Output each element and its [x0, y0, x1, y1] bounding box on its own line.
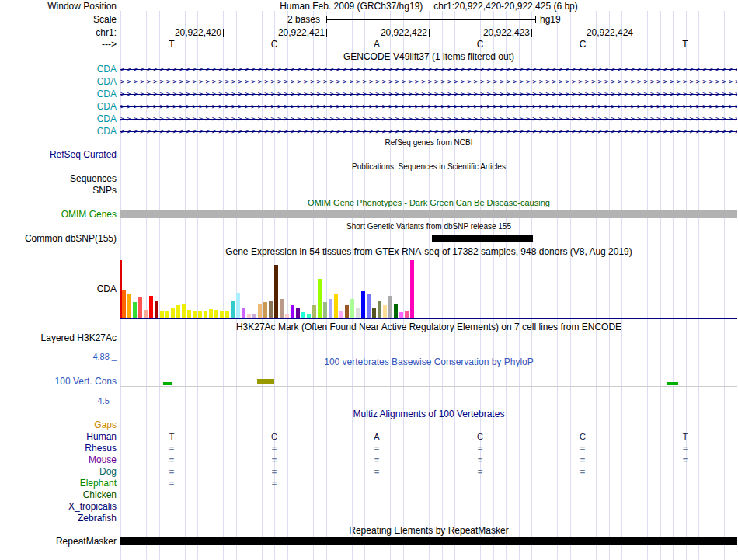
gtex-tissue-bar[interactable]	[263, 302, 267, 318]
gtex-tissue-bar[interactable]	[182, 304, 186, 318]
gtex-tissue-bar[interactable]	[149, 296, 153, 318]
base-letter: C	[266, 39, 282, 50]
gtex-tissue-bar[interactable]	[334, 294, 338, 318]
omim-row: OMIM Genes	[0, 209, 738, 220]
sequences-label[interactable]: Sequences	[0, 173, 117, 185]
gtex-tissue-bar[interactable]	[198, 311, 202, 318]
gtex-gene-label[interactable]: CDA	[0, 283, 117, 295]
gtex-tissue-bar[interactable]	[318, 279, 322, 318]
gtex-tissue-bar[interactable]	[165, 311, 169, 318]
gtex-tissue-bar[interactable]	[225, 311, 229, 318]
gtex-tissue-bar[interactable]	[291, 305, 294, 318]
gtex-tissue-bar[interactable]	[323, 302, 327, 318]
gtex-tissue-bar[interactable]	[361, 291, 365, 318]
gtex-tissue-bar[interactable]	[155, 301, 158, 318]
phylop-track-label[interactable]: 100 Vert. Cons	[0, 376, 117, 388]
gencode-item-label[interactable]: CDA	[0, 125, 117, 137]
refseq-curated-line[interactable]	[120, 155, 737, 155]
gtex-tissue-bar[interactable]	[138, 297, 142, 318]
gtex-tissue-bar[interactable]	[269, 301, 273, 318]
species-label[interactable]: Mouse	[0, 454, 117, 466]
gtex-tissue-bar[interactable]	[372, 308, 376, 318]
gtex-tissue-bar[interactable]	[329, 299, 332, 318]
transcript-arrow-line[interactable]: >>>>>>>>>>>>>>>>>>>>>>>>>>>>>>>>>>>>>>>>…	[120, 63, 737, 75]
transcript-arrow-line[interactable]: >>>>>>>>>>>>>>>>>>>>>>>>>>>>>>>>>>>>>>>>…	[120, 125, 737, 137]
omim-genes-bar[interactable]	[120, 210, 737, 218]
gtex-tissue-bar[interactable]	[160, 311, 164, 318]
repeatmasker-label[interactable]: RepeatMasker	[0, 536, 117, 548]
transcript-arrow-line[interactable]: >>>>>>>>>>>>>>>>>>>>>>>>>>>>>>>>>>>>>>>>…	[120, 100, 737, 113]
gtex-tissue-bar[interactable]	[220, 311, 224, 318]
gencode-track: CDA>>>>>>>>>>>>>>>>>>>>>>>>>>>>>>>>>>>>>…	[0, 63, 738, 137]
alignment-base: T	[677, 431, 693, 443]
gtex-tissue-bar[interactable]	[133, 302, 137, 318]
gtex-tissue-bar[interactable]	[399, 312, 403, 318]
transcript-arrow-line[interactable]: >>>>>>>>>>>>>>>>>>>>>>>>>>>>>>>>>>>>>>>>…	[120, 75, 737, 88]
repeatmasker-row: RepeatMasker	[0, 536, 738, 547]
species-alignment-row	[120, 419, 737, 431]
gencode-item-label[interactable]: CDA	[0, 100, 117, 113]
species-label[interactable]: Human	[0, 431, 117, 443]
species-label[interactable]: Rhesus	[0, 443, 117, 454]
dbsnp-variant-bar[interactable]	[432, 235, 533, 242]
species-label[interactable]: Dog	[0, 466, 117, 478]
gtex-tissue-bar[interactable]	[388, 296, 392, 318]
gtex-tissue-bar[interactable]	[236, 293, 240, 318]
gtex-tissue-bar[interactable]	[410, 260, 414, 318]
gtex-tissue-bar[interactable]	[378, 301, 381, 318]
gtex-tissue-bar[interactable]	[274, 265, 278, 318]
base-sequence: TCACCT	[120, 39, 737, 50]
transcript-arrow-line[interactable]: >>>>>>>>>>>>>>>>>>>>>>>>>>>>>>>>>>>>>>>>…	[120, 88, 737, 100]
gtex-tissue-bar[interactable]	[405, 311, 409, 318]
multiz-species-row: HumanTCACCT	[0, 431, 738, 443]
species-label[interactable]: Gaps	[0, 419, 117, 431]
species-alignment-row: ==	[120, 478, 737, 489]
species-label[interactable]: Chicken	[0, 489, 117, 501]
gtex-tissue-bar[interactable]	[383, 305, 387, 318]
gtex-tissue-bar[interactable]	[171, 308, 175, 318]
gtex-tissue-bar[interactable]	[356, 308, 360, 318]
dbsnp-label[interactable]: Common dbSNP(155)	[0, 233, 117, 245]
gtex-tissue-bar[interactable]	[187, 310, 191, 318]
base-letter: C	[472, 39, 488, 50]
gtex-tissue-bar[interactable]	[242, 308, 245, 318]
omim-genes-label[interactable]: OMIM Genes	[0, 209, 117, 221]
gtex-tissue-bar[interactable]	[231, 301, 235, 318]
gtex-tissue-bar[interactable]	[214, 310, 218, 318]
gencode-item-label[interactable]: CDA	[0, 63, 117, 75]
gtex-tissue-bar[interactable]	[122, 290, 126, 318]
species-label[interactable]: X_tropicalis	[0, 501, 117, 513]
alignment-base: C	[575, 431, 590, 443]
gtex-tissue-bar[interactable]	[367, 294, 371, 318]
gtex-tissue-bar[interactable]	[312, 305, 316, 318]
sequences-line[interactable]	[120, 179, 737, 179]
refseq-curated-label[interactable]: RefSeq Curated	[0, 149, 117, 161]
gtex-tissue-bar[interactable]	[350, 299, 354, 318]
gtex-tissue-bar[interactable]	[345, 305, 349, 318]
gtex-tissue-bar[interactable]	[209, 309, 213, 318]
h3k27ac-signal-line[interactable]	[120, 318, 737, 319]
gtex-tissue-bar[interactable]	[339, 311, 343, 318]
gtex-tissue-bar[interactable]	[258, 304, 262, 318]
gtex-tissue-bar[interactable]	[394, 304, 398, 318]
phylop-title-row: 100 vertebrates Basewise Conservation by…	[0, 357, 738, 368]
gtex-tissue-bar[interactable]	[127, 294, 131, 318]
scale-value: 2 bases	[120, 14, 320, 26]
gtex-bar-chart[interactable]	[122, 259, 417, 318]
gencode-item-label[interactable]: CDA	[0, 88, 117, 100]
species-label[interactable]: Elephant	[0, 478, 117, 489]
gtex-tissue-bar[interactable]	[204, 311, 207, 318]
gtex-tissue-bar[interactable]	[144, 310, 148, 318]
gtex-tissue-bar[interactable]	[280, 299, 284, 318]
gtex-tissue-bar[interactable]	[176, 305, 180, 318]
gtex-tissue-bar[interactable]	[193, 311, 197, 318]
snps-label[interactable]: SNPs	[0, 185, 117, 197]
gencode-item-label[interactable]: CDA	[0, 113, 117, 125]
gtex-tissue-bar[interactable]	[301, 312, 305, 318]
gtex-tissue-bar[interactable]	[296, 308, 300, 318]
transcript-arrow-line[interactable]: >>>>>>>>>>>>>>>>>>>>>>>>>>>>>>>>>>>>>>>>…	[120, 113, 737, 125]
species-label[interactable]: Zebrafish	[0, 513, 117, 524]
h3k27ac-label[interactable]: Layered H3K27Ac	[0, 332, 117, 344]
repeatmasker-bar[interactable]	[120, 537, 737, 545]
gencode-item-label[interactable]: CDA	[0, 75, 117, 88]
